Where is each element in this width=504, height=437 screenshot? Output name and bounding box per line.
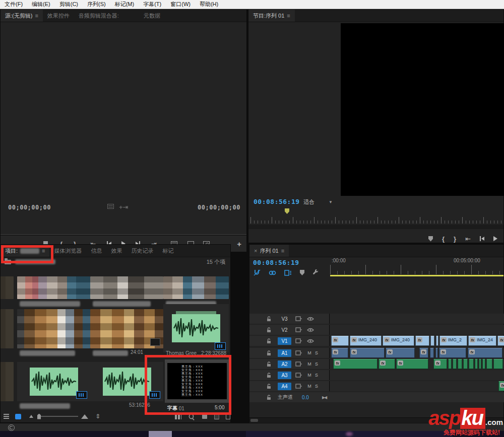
timeline-clip[interactable]: fxIMG_24: [468, 336, 496, 346]
track-lock-icon[interactable]: [267, 327, 271, 333]
timeline-clip[interactable]: fxIMG_240: [350, 336, 382, 346]
solo-button[interactable]: S: [313, 373, 320, 378]
track-lock-icon[interactable]: [267, 384, 271, 389]
track-label[interactable]: A1: [278, 349, 291, 357]
timeline-ruler[interactable]: :00:00 00:05:00:00: [330, 258, 503, 265]
track-label[interactable]: V3: [278, 315, 291, 323]
panel-menu-icon[interactable]: ≡: [287, 13, 290, 19]
timeline-clip[interactable]: fx: [419, 348, 428, 358]
source-patch-icon[interactable]: [295, 350, 302, 355]
source-patch-icon[interactable]: [295, 327, 302, 332]
button-editor-plus-icon[interactable]: +: [237, 240, 241, 248]
tab-program[interactable]: 节目:序列 01 ≡: [248, 10, 295, 22]
work-area-bar[interactable]: [330, 275, 503, 276]
media-thumbnail[interactable]: [90, 276, 163, 299]
sequence-settings-icon[interactable]: [284, 270, 292, 276]
tab-history[interactable]: 历史记录: [127, 245, 158, 257]
track-lock-icon[interactable]: [267, 338, 271, 344]
timeline-clip[interactable]: [430, 336, 434, 346]
tab-markers[interactable]: 标记: [158, 245, 178, 257]
track-lock-icon[interactable]: [267, 350, 271, 356]
timeline-clip[interactable]: fx: [439, 348, 466, 358]
timeline-clip[interactable]: [479, 359, 481, 369]
timeline-clip[interactable]: fx: [415, 336, 429, 346]
timeline-clip[interactable]: [458, 359, 462, 369]
timeline-clip[interactable]: fx: [331, 348, 348, 358]
menu-edit[interactable]: 编辑(E): [27, 1, 55, 8]
close-icon[interactable]: ×: [254, 248, 257, 254]
source-patch-icon[interactable]: [295, 316, 302, 321]
track-lane-a3[interactable]: [330, 370, 504, 380]
menu-sequence[interactable]: 序列(S): [83, 1, 110, 8]
timeline-clip[interactable]: [435, 348, 438, 358]
list-view-icon[interactable]: [4, 414, 9, 419]
timeline-clip[interactable]: [463, 359, 468, 369]
timeline-clip[interactable]: fx: [333, 359, 377, 369]
timeline-clip[interactable]: fx: [350, 348, 385, 358]
snap-icon[interactable]: [254, 269, 261, 276]
timeline-clip[interactable]: [486, 359, 492, 369]
menu-file[interactable]: 文件(F): [0, 1, 27, 8]
timeline-clip[interactable]: fx: [468, 348, 502, 358]
track-lane-a1[interactable]: fxfxfxfxfxfx: [330, 348, 504, 358]
timeline-clip[interactable]: fx: [386, 348, 415, 358]
timeline-clip[interactable]: fx: [379, 359, 395, 369]
tab-effects[interactable]: 效果: [106, 245, 127, 257]
menu-clip[interactable]: 剪辑(C): [55, 1, 83, 8]
timeline-clip[interactable]: [482, 359, 485, 369]
program-timecode[interactable]: 00:08:56:19: [254, 198, 300, 205]
tab-audio-mixer[interactable]: 音频剪辑混合器:: [74, 10, 139, 22]
panel-menu-icon[interactable]: ≡: [35, 13, 38, 19]
goto-in-icon[interactable]: ⇤: [465, 236, 471, 242]
mute-button[interactable]: M: [306, 361, 313, 367]
track-label[interactable]: V2: [278, 326, 291, 334]
track-lock-icon[interactable]: [267, 373, 271, 378]
mark-out-icon[interactable]: }: [454, 236, 456, 242]
audio-item-thumbnail[interactable]: [163, 304, 229, 352]
thumbnail-zoom-slider[interactable]: [37, 414, 41, 419]
timeline-clip[interactable]: [436, 336, 438, 346]
menu-title[interactable]: 字幕(T): [139, 1, 166, 8]
timeline-clip[interactable]: [453, 359, 457, 369]
track-output-eye-icon[interactable]: [307, 339, 314, 343]
timeline-clip[interactable]: fx: [433, 359, 447, 369]
zoom-out-icon[interactable]: [29, 415, 33, 418]
creative-cloud-icon[interactable]: [8, 424, 15, 431]
zoom-slider-track[interactable]: [41, 416, 78, 417]
sort-icon[interactable]: ⇕: [95, 413, 100, 420]
timeline-ruler-ticks[interactable]: [330, 265, 503, 274]
program-time-ruler[interactable]: [250, 217, 503, 224]
source-settings-icon[interactable]: [107, 204, 114, 209]
track-label[interactable]: A4: [278, 383, 291, 390]
thumbnail-fragment[interactable]: [1, 276, 14, 299]
program-playhead-marker[interactable]: [285, 208, 289, 214]
track-label[interactable]: V1: [278, 337, 291, 345]
audio-item-thumbnail[interactable]: [17, 362, 90, 401]
source-patch-icon[interactable]: [295, 384, 302, 389]
thumbnail-fragment[interactable]: [1, 309, 14, 348]
media-thumbnail[interactable]: [163, 276, 229, 299]
source-patch-icon[interactable]: [295, 361, 302, 367]
track-lock-icon[interactable]: [267, 316, 271, 322]
zoom-in-icon[interactable]: [81, 414, 88, 419]
timeline-clip[interactable]: fx: [497, 336, 504, 346]
master-volume-value[interactable]: 0.0: [302, 395, 309, 400]
linked-selection-icon[interactable]: [269, 270, 276, 276]
track-output-eye-icon[interactable]: [307, 317, 314, 321]
media-thumbnail[interactable]: [17, 309, 90, 348]
timeline-settings-wrench-icon[interactable]: [312, 269, 319, 276]
timeline-timecode[interactable]: 00:08:56:19: [253, 259, 299, 266]
tab-source[interactable]: 源:(无剪辑) ≡: [1, 10, 43, 22]
source-timecode-current[interactable]: 00;00;00;00: [8, 204, 51, 211]
media-thumbnail[interactable]: [17, 276, 90, 299]
source-patch-icon[interactable]: [295, 373, 302, 378]
zoom-level-select[interactable]: 适合 ▼: [301, 198, 335, 206]
source-mini-ruler[interactable]: [1, 227, 246, 235]
mute-button[interactable]: M: [306, 350, 313, 355]
menu-help[interactable]: 帮助(H): [195, 1, 223, 8]
source-fit-icon[interactable]: +⇥: [119, 204, 128, 210]
thumbnail-fragment[interactable]: [1, 362, 14, 401]
add-marker-icon[interactable]: [300, 270, 304, 275]
timeline-clip[interactable]: [448, 359, 452, 369]
mute-button[interactable]: M: [306, 384, 313, 389]
